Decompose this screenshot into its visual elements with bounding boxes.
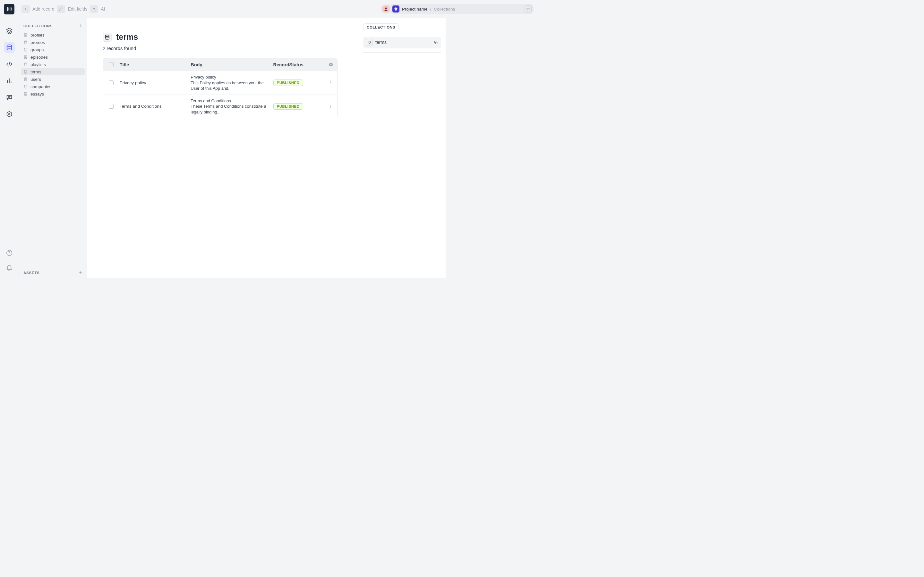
plus-icon bbox=[23, 7, 28, 11]
sidebar-item-episodes[interactable]: episodes bbox=[21, 53, 85, 61]
svg-point-21 bbox=[330, 84, 331, 84]
project-name: Project name bbox=[402, 7, 428, 11]
svg-point-3 bbox=[385, 7, 387, 9]
sidebar-item-profiles[interactable]: profiles bbox=[21, 31, 85, 39]
rail-database[interactable] bbox=[4, 42, 15, 53]
svg-point-23 bbox=[330, 106, 331, 107]
row-status: PUBLISHED bbox=[273, 79, 325, 86]
sparkle-icon bbox=[92, 7, 96, 11]
plus-icon bbox=[78, 23, 83, 28]
sidebar-item-groups[interactable]: groups bbox=[21, 46, 85, 53]
table-header: Title Body RecordStatus bbox=[103, 58, 337, 71]
svg-point-9 bbox=[24, 48, 27, 49]
column-settings-button[interactable] bbox=[325, 62, 337, 67]
sidebar-item-companies[interactable]: companies bbox=[21, 83, 85, 90]
status-badge: PUBLISHED bbox=[273, 103, 303, 110]
database-icon bbox=[23, 62, 28, 67]
edit-fields-button[interactable]: Edit fields bbox=[57, 5, 87, 13]
database-icon bbox=[23, 47, 28, 52]
svg-point-22 bbox=[330, 105, 331, 106]
row-actions-button[interactable] bbox=[325, 104, 337, 109]
svg-point-5 bbox=[9, 113, 10, 115]
select-all-checkbox[interactable] bbox=[109, 62, 113, 67]
ai-button[interactable]: AI bbox=[90, 5, 105, 13]
database-icon bbox=[23, 40, 28, 45]
app-logo[interactable] bbox=[4, 4, 15, 15]
project-icon bbox=[393, 5, 399, 13]
column-title[interactable]: Title bbox=[120, 62, 191, 67]
hexagon-icon bbox=[6, 111, 13, 118]
svg-point-4 bbox=[7, 45, 12, 47]
sidebar-item-label: companies bbox=[31, 84, 51, 89]
row-actions-button[interactable] bbox=[325, 81, 337, 85]
sidebar-item-users[interactable]: users bbox=[21, 76, 85, 83]
message-icon bbox=[6, 94, 13, 101]
collection-id-row: ID terms bbox=[363, 37, 441, 48]
page-title: terms bbox=[116, 32, 138, 42]
crumb-current: Collections bbox=[434, 7, 446, 11]
column-status[interactable]: RecordStatus bbox=[273, 62, 325, 67]
add-record-label: Add record bbox=[32, 6, 54, 11]
database-icon bbox=[23, 92, 28, 96]
rail-layers[interactable] bbox=[4, 25, 15, 36]
row-checkbox[interactable] bbox=[109, 104, 113, 109]
main-content: terms 2 records found Title Body RecordS… bbox=[87, 18, 359, 278]
svg-point-10 bbox=[24, 55, 27, 56]
database-icon bbox=[23, 33, 28, 37]
sidebar-footer-label: ASSETS bbox=[23, 271, 40, 275]
svg-point-12 bbox=[24, 70, 27, 71]
sidebar-item-label: terms bbox=[31, 69, 41, 74]
bell-icon bbox=[6, 265, 13, 272]
sidebar-item-playlists[interactable]: playlists bbox=[21, 61, 85, 68]
rail-analytics[interactable] bbox=[4, 75, 15, 86]
svg-point-14 bbox=[24, 85, 27, 86]
edit-fields-label: Edit fields bbox=[68, 6, 87, 11]
breadcrumb[interactable]: Project name / Collections bbox=[391, 4, 446, 14]
rail-notifications[interactable] bbox=[4, 263, 15, 274]
table-row[interactable]: Terms and ConditionsTerms and Conditions… bbox=[103, 95, 337, 118]
row-checkbox[interactable] bbox=[109, 81, 113, 85]
collection-id-value: terms bbox=[375, 40, 387, 45]
database-icon bbox=[23, 55, 28, 59]
copy-id-button[interactable] bbox=[434, 40, 439, 45]
row-title: Terms and Conditions bbox=[120, 104, 191, 109]
bar-chart-icon bbox=[6, 77, 13, 84]
pencil-icon bbox=[59, 7, 63, 11]
logo-icon bbox=[6, 6, 12, 12]
layers-icon bbox=[6, 27, 13, 34]
database-icon bbox=[23, 77, 28, 81]
sidebar-item-promos[interactable]: promos bbox=[21, 39, 85, 46]
sidebar-item-terms[interactable]: terms bbox=[21, 68, 85, 75]
code-icon bbox=[6, 61, 13, 68]
sidebar-item-label: groups bbox=[31, 47, 44, 52]
database-icon bbox=[6, 44, 13, 51]
sidebar-header: COLLECTIONS bbox=[23, 24, 53, 28]
table-row[interactable]: Privacy policyPrivacy policyThis Policy … bbox=[103, 71, 337, 95]
add-record-button[interactable]: Add record bbox=[21, 5, 54, 13]
copy-icon bbox=[434, 40, 439, 45]
sidebar-item-essays[interactable]: essays bbox=[21, 90, 85, 97]
add-asset-button[interactable] bbox=[78, 270, 83, 275]
nav-rail bbox=[0, 18, 19, 278]
row-body: Privacy policyThis Policy applies as bet… bbox=[191, 74, 273, 91]
help-icon bbox=[6, 250, 13, 256]
rail-messages[interactable] bbox=[4, 92, 15, 103]
sidebar-item-label: essays bbox=[31, 92, 44, 97]
add-collection-button[interactable] bbox=[78, 23, 83, 28]
svg-point-8 bbox=[24, 41, 27, 42]
rail-code[interactable] bbox=[4, 59, 15, 69]
id-badge: ID bbox=[366, 39, 373, 46]
rail-help[interactable] bbox=[4, 247, 15, 258]
svg-point-24 bbox=[330, 107, 331, 108]
records-count: 2 records found bbox=[103, 45, 359, 51]
row-body: Terms and ConditionsThese Terms and Cond… bbox=[191, 98, 273, 115]
ai-label: AI bbox=[101, 6, 105, 11]
collection-icon bbox=[103, 33, 111, 42]
records-table: Title Body RecordStatus Privacy policyPr… bbox=[103, 58, 338, 118]
divider bbox=[363, 52, 441, 53]
sidebar-item-label: users bbox=[31, 77, 41, 82]
rail-settings[interactable] bbox=[4, 109, 15, 119]
status-badge: PUBLISHED bbox=[273, 79, 303, 86]
right-panel-tab[interactable]: COLLECTIONS bbox=[363, 23, 399, 31]
column-body[interactable]: Body bbox=[191, 62, 273, 67]
